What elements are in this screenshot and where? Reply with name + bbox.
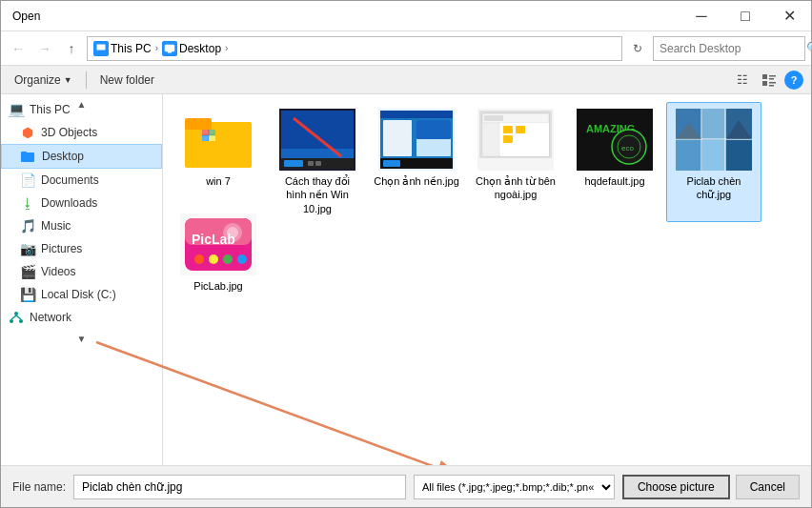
toolbar: Organize ▼ New folder ☷ ? — [1, 66, 811, 94]
file-item-piclab-chen-chu[interactable]: Piclab chèn chữ.jpg — [666, 102, 761, 222]
svg-text:eco: eco — [621, 144, 634, 152]
file-thumb-piclab-chen-chu — [676, 109, 752, 171]
sidebar-item-pictures[interactable]: 📷 Pictures — [1, 237, 162, 260]
file-name-cach-thay-doi: Cách thay đổi hình nền Win 10.jpg — [274, 174, 360, 215]
path-computer: This PC — [93, 41, 152, 56]
sidebar-item-downloads[interactable]: ⭳ Downloads — [1, 192, 162, 214]
organize-button[interactable]: Organize ▼ — [9, 71, 78, 89]
filetype-select[interactable]: All files (*.jpg;*.jpeg;*.bmp;*.dib;*.pn… — [414, 475, 615, 499]
file-thumb-piclab: PicLab — [180, 213, 256, 275]
this-pc-path: This PC — [111, 42, 152, 55]
path-separator-2: › — [225, 43, 228, 53]
svg-rect-9 — [769, 82, 776, 84]
refresh-button[interactable]: ↻ — [626, 37, 649, 60]
close-button[interactable]: ✕ — [767, 1, 811, 31]
svg-rect-23 — [202, 130, 209, 135]
file-thumb-hqdefault: AMAZING eco — [577, 109, 653, 171]
desktop-icon — [162, 41, 177, 56]
file-name-chon-anh-nen: Chọn ảnh nền.jpg — [374, 174, 459, 188]
sidebar-scroll-up[interactable]: ▲ — [1, 94, 162, 113]
view-details-button[interactable] — [758, 69, 781, 91]
path-desktop: Desktop — [162, 41, 221, 56]
path-separator-1: › — [155, 43, 158, 53]
svg-rect-37 — [380, 111, 453, 118]
cancel-button[interactable]: Cancel — [736, 475, 800, 499]
sidebar-item-local-disk[interactable]: 💾 Local Disk (C:) — [1, 283, 162, 306]
sidebar-scroll-down[interactable]: ▼ — [1, 329, 162, 348]
choose-picture-button[interactable]: Choose picture — [622, 475, 730, 499]
file-item-cach-thay-doi[interactable]: Cách thay đổi hình nền Win 10.jpg — [270, 102, 365, 222]
svg-rect-42 — [383, 160, 400, 167]
svg-point-13 — [14, 312, 18, 315]
documents-icon: 📄 — [20, 173, 35, 188]
file-item-win7[interactable]: win 7 — [171, 102, 266, 222]
computer-icon — [93, 41, 109, 56]
svg-rect-2 — [97, 52, 105, 53]
minimize-button[interactable]: ─ — [680, 1, 723, 31]
svg-rect-1 — [99, 51, 103, 52]
svg-line-16 — [11, 315, 16, 319]
svg-rect-10 — [769, 85, 774, 87]
sidebar-item-label: Desktop — [42, 150, 84, 163]
organize-chevron-icon: ▼ — [64, 75, 72, 85]
address-path[interactable]: This PC › Desktop › — [87, 36, 622, 61]
organize-label: Organize — [14, 73, 61, 87]
svg-rect-6 — [769, 75, 776, 77]
sidebar-item-label: Documents — [41, 173, 99, 187]
desktop-folder-icon — [21, 149, 36, 164]
sidebar-item-network[interactable]: Network — [1, 306, 162, 329]
filename-input[interactable] — [73, 475, 406, 499]
search-input[interactable] — [660, 42, 802, 55]
sidebar-item-music[interactable]: 🎵 Music — [1, 214, 162, 237]
maximize-button[interactable]: □ — [723, 1, 767, 31]
sidebar-item-label: Music — [41, 219, 71, 233]
file-name-piclab: PicLab.jpg — [193, 279, 242, 293]
svg-rect-34 — [315, 161, 321, 166]
file-item-chon-anh-nen[interactable]: Chọn ảnh nền.jpg — [369, 102, 464, 222]
svg-point-75 — [227, 227, 238, 238]
svg-point-78 — [223, 254, 233, 264]
toolbar-separator — [86, 71, 87, 89]
window-controls: ─ □ ✕ — [680, 1, 811, 31]
sidebar-item-3d-objects[interactable]: ⬢ 3D Objects — [1, 121, 162, 144]
sidebar-item-documents[interactable]: 📄 Documents — [1, 169, 162, 192]
up-button[interactable]: ↑ — [60, 37, 83, 60]
videos-icon: 🎬 — [20, 264, 35, 279]
svg-rect-19 — [185, 118, 212, 130]
forward-button[interactable]: → — [33, 37, 56, 60]
new-folder-button[interactable]: New folder — [94, 71, 160, 89]
file-item-hqdefault[interactable]: AMAZING eco hqdefault.jpg — [567, 102, 662, 222]
svg-point-77 — [209, 254, 218, 264]
sidebar-item-label: Local Disk (C:) — [41, 288, 116, 301]
view-toggle-button[interactable]: ☷ — [731, 69, 754, 91]
sidebar-item-videos[interactable]: 🎬 Videos — [1, 260, 162, 283]
svg-point-79 — [237, 254, 247, 264]
back-button[interactable]: ← — [7, 37, 30, 60]
svg-rect-52 — [503, 135, 513, 143]
file-name-chon-anh-tu-ben-ngoai: Chọn ảnh từ bên ngoài.jpg — [473, 174, 558, 202]
sidebar-item-label: 3D Objects — [41, 126, 97, 139]
svg-line-17 — [16, 315, 21, 319]
svg-rect-12 — [21, 152, 27, 154]
action-buttons: Choose picture Cancel — [622, 475, 800, 499]
svg-rect-32 — [284, 160, 303, 167]
search-box: 🔍 — [653, 36, 805, 61]
sidebar-item-label: Pictures — [41, 242, 82, 255]
downloads-icon: ⭳ — [20, 195, 35, 211]
svg-rect-33 — [308, 161, 314, 166]
file-thumb-win7 — [180, 109, 256, 171]
title-bar: Open ─ □ ✕ — [1, 1, 811, 31]
file-thumb-chon-anh-tu-ben-ngoai — [477, 109, 554, 171]
svg-rect-4 — [168, 51, 172, 53]
sidebar-item-desktop[interactable]: Desktop — [1, 144, 162, 169]
sidebar-item-label: Videos — [41, 265, 75, 278]
address-bar: ← → ↑ This PC › Desktop › ↻ 🔍 — [1, 31, 811, 66]
file-name-hqdefault: hqdefault.jpg — [585, 174, 645, 188]
file-thumb-cach-thay-doi — [279, 109, 355, 171]
file-item-chon-anh-tu-ben-ngoai[interactable]: Chọn ảnh từ bên ngoài.jpg — [468, 102, 563, 222]
file-item-piclab[interactable]: PicLab PicLab.jpg — [171, 207, 266, 299]
svg-rect-40 — [416, 120, 451, 139]
svg-point-14 — [10, 319, 13, 323]
help-button[interactable]: ? — [784, 71, 803, 90]
file-thumb-chon-anh-nen — [378, 109, 455, 171]
